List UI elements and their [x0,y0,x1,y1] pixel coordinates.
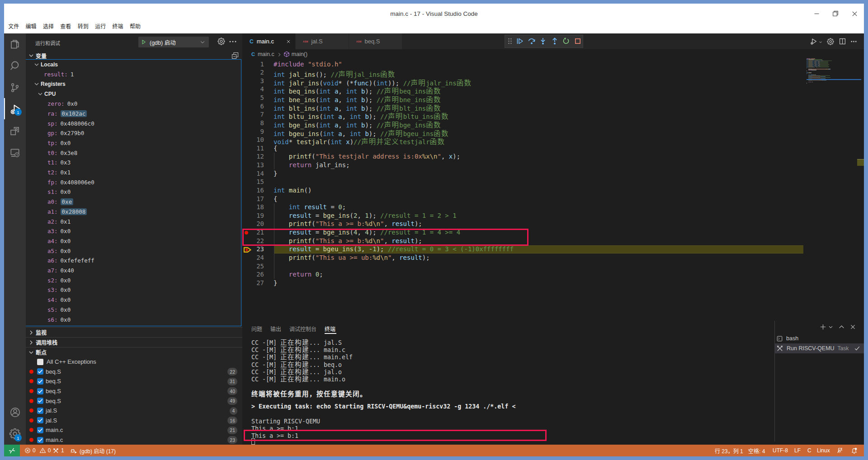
activitybar-account[interactable] [4,401,26,423]
menu-7[interactable]: 帮助 [127,20,144,31]
activitybar-run-and-debug[interactable]: 1 [4,99,26,120]
code-editor[interactable]: 1#include "stdio.h"2int jal_ins(); //声明j… [242,59,864,321]
restore-button[interactable] [826,4,845,23]
panel-tab-输出[interactable]: 输出 [270,321,281,335]
checkbox-checked[interactable] [37,368,43,375]
register-sp[interactable]: sp:0x408006c0 [26,118,241,128]
problems-status[interactable]: 0 0 [24,445,51,456]
breakpoint-exceptions[interactable]: All C++ Exceptions [26,357,242,367]
debug-status[interactable]: (gdb) 启动 (17) [70,445,116,456]
checkbox-unchecked[interactable] [37,359,43,365]
register-s1[interactable]: s1:0x0 [26,187,241,197]
activitybar-remote-explorer[interactable] [4,142,26,164]
debug-restart-button[interactable] [562,38,570,45]
menu-3[interactable]: 查看 [57,20,74,31]
breakpoints-section-header[interactable]: 断点 [26,347,242,357]
breakpoint-beq.S-31[interactable]: beq.S31 [26,376,242,386]
tab-beq.S[interactable]: ASMbeq.S [349,33,402,49]
cursor-position[interactable]: 行 23，列 1 [715,445,743,456]
breakpoint-beq.S-22[interactable]: beq.S22 [26,367,242,377]
editor-more-actions-icon[interactable] [851,41,857,42]
activitybar-extensions[interactable] [4,120,26,142]
register-s2[interactable]: s2:0x0 [26,275,241,285]
register-s7[interactable]: s7:0x0 [26,324,241,326]
breakpoint-main.c-23[interactable]: main.c23 [26,435,242,445]
close-tab-icon[interactable] [286,39,291,44]
register-a1[interactable]: a1:0x28008 [26,207,241,217]
activitybar-settings[interactable]: 1 [4,423,26,445]
menu-1[interactable]: 编辑 [22,20,39,31]
register-t1[interactable]: t1:0x3 [26,158,241,168]
debug-settings-gear-icon[interactable] [217,38,225,45]
breakpoint-jal.S-16[interactable]: jal.S16 [26,416,242,426]
feedback-icon[interactable] [836,445,843,456]
checkbox-checked[interactable] [37,408,43,414]
register-a5[interactable]: a5:0x0 [26,246,241,256]
indentation-status[interactable]: 空格: 4 [748,445,765,456]
var-result[interactable]: result:1 [26,70,241,80]
menu-2[interactable]: 选择 [40,20,57,31]
register-a7[interactable]: a7:0x40 [26,266,241,276]
debug-stop-button[interactable] [574,38,581,45]
register-s5[interactable]: s5:0x0 [26,305,241,315]
register-a2[interactable]: a2:0x1 [26,216,241,226]
run-or-debug-button[interactable] [810,38,818,46]
breakpoint-main.c-21[interactable]: main.c21 [26,425,242,435]
menu-4[interactable]: 转到 [75,20,92,31]
register-fp[interactable]: fp:0x408006e0 [26,177,241,187]
debug-step-into-button[interactable] [539,38,547,45]
checkbox-checked[interactable] [37,427,43,433]
register-tp[interactable]: tp:0x0 [26,138,241,148]
register-s3[interactable]: s3:0x0 [26,285,241,295]
register-ra[interactable]: ra:0x102ac [26,109,241,119]
encoding-status[interactable]: UTF-8 [773,445,788,456]
maximize-panel-icon[interactable] [839,324,844,330]
new-terminal-icon[interactable] [820,324,826,330]
register-a3[interactable]: a3:0x0 [26,226,241,236]
terminal-dropdown-icon[interactable] [828,324,833,329]
breakpoint-beq.S-40[interactable]: beq.S40 [26,386,242,396]
register-s6[interactable]: s6:0x0 [26,314,241,324]
activitybar-explorer[interactable] [4,33,26,55]
checkbox-checked[interactable] [37,388,43,394]
gear-icon[interactable] [827,38,834,45]
menu-0[interactable]: 文件 [5,20,22,31]
tab-jal.S[interactable]: ASMjal.S [296,33,349,49]
panel-tab-终端[interactable]: 终端 [325,321,335,335]
register-t2[interactable]: t2:0x1 [26,168,241,178]
breadcrumb-file[interactable]: main.c [258,51,274,57]
notifications-bell-icon[interactable] [851,445,858,456]
checkbox-checked[interactable] [37,417,43,423]
scope-registers[interactable]: Registers [26,79,241,89]
close-window-button[interactable] [845,4,864,23]
menu-5[interactable]: 运行 [92,20,109,31]
terminal-instance-Run RISCV-QEMU[interactable]: Run RISCV-QEMUTask [774,343,864,353]
register-s4[interactable]: s4:0x0 [26,295,241,305]
checkbox-checked[interactable] [37,437,43,443]
panel-tab-调试控制台[interactable]: 调试控制台 [289,321,316,335]
menu-6[interactable]: 终端 [109,20,126,31]
sidebar-more-actions-icon[interactable] [229,41,236,42]
eol-status[interactable]: LF [794,445,801,456]
tab-main.c[interactable]: Cmain.c [242,33,295,49]
variables-tree[interactable]: Localsresult:1RegistersCPUzero:0x0ra:0x1… [26,59,241,326]
breadcrumb-symbol[interactable]: main() [292,51,307,57]
minimize-button[interactable] [807,4,826,23]
launch-config-dropdown[interactable]: (gdb) 启动 [138,37,209,47]
breakpoint-beq.S-49[interactable]: beq.S49 [26,396,242,406]
register-a4[interactable]: a4:0x0 [26,236,241,246]
register-gp[interactable]: gp:0x279b0 [26,128,241,138]
register-zero[interactable]: zero:0x0 [26,99,241,109]
panel-tab-问题[interactable]: 问题 [251,321,262,335]
language-status[interactable]: C [807,445,811,456]
close-panel-icon[interactable] [850,324,856,330]
register-a6[interactable]: a6:0xfefefeff [26,256,241,266]
remote-indicator[interactable] [4,445,20,456]
collapse-all-icon[interactable] [231,52,239,59]
debug-continue-button[interactable] [516,38,524,45]
terminal-instance-bash[interactable]: bash [774,333,864,343]
group-cpu[interactable]: CPU [26,89,241,99]
debug-step-over-button[interactable] [528,38,535,45]
split-editor-icon[interactable] [839,38,846,45]
os-status[interactable]: Linux [817,445,830,456]
